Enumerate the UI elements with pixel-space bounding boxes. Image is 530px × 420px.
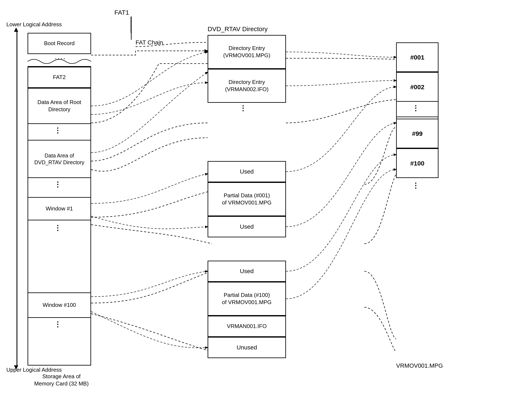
dvd-rtav-dir-label: DVD_RTAV Directory — [207, 25, 267, 33]
dir-entry-vrmov-box: Directory Entry (VRMOV001.MPG) — [207, 35, 286, 69]
r99-label: #99 — [412, 130, 423, 138]
dir-entry-vrman-label: Directory Entry (VRMAN002.IFO) — [225, 79, 268, 93]
window100-box: Window #100 — [28, 292, 91, 318]
boot-record-label: Boot Record — [44, 40, 75, 47]
vrmov001-label: VRMOV001.MPG — [396, 362, 443, 369]
partial-001-label: Partial Data (#001) of VRMOV001.MPG — [222, 192, 272, 206]
lower-logical-label: Lower Logical Address — [6, 21, 62, 28]
dots-4: ⋮ — [54, 320, 62, 329]
unused-box: Unused — [207, 337, 286, 358]
r002-box: #002 — [396, 72, 439, 102]
diagram: Lower Logical Address FAT1 FAT Chain Boo… — [0, 0, 530, 420]
wavy-area: · · · · — [28, 54, 91, 67]
dots-1: ⋮ — [54, 126, 62, 135]
fat1-label: FAT1 — [114, 9, 129, 16]
r001-label: #001 — [410, 53, 425, 61]
vrman001-box: VRMAN001.IFO — [207, 316, 286, 337]
used-top2-label: Used — [240, 268, 253, 275]
window1-box: Window #1 — [28, 197, 91, 220]
window1-label: Window #1 — [46, 205, 73, 212]
r002-label: #002 — [410, 83, 425, 91]
boot-record-box: Boot Record — [28, 33, 91, 54]
fat-chain-label: FAT Chain — [135, 39, 163, 46]
used-bottom-label: Used — [240, 223, 253, 231]
r99-box: #99 — [396, 119, 439, 148]
partial-100-label: Partial Data (#100) of VRMOV001.MPG — [222, 292, 272, 306]
dots-3: ⋮ — [54, 224, 62, 232]
r100-box: #100 — [396, 148, 439, 178]
used-top2-box: Used — [207, 261, 286, 282]
dir-entry-vrmov-label: Directory Entry (VRMOV001.MPG) — [223, 45, 270, 59]
right-col-sep — [396, 117, 439, 117]
storage-area-label: Storage Area of Memory Card (32 MB) — [32, 373, 91, 387]
data-root-label: Data Area of Root Directory — [38, 99, 81, 113]
window100-label: Window #100 — [43, 301, 76, 309]
fat2-label: FAT2 — [53, 74, 66, 81]
dots-right: ⋮ — [412, 104, 420, 112]
vrman001-label: VRMAN001.IFO — [227, 323, 267, 330]
dir-entry-vrman-box: Directory Entry (VRMAN002.IFO) — [207, 69, 286, 103]
arrow-up-head — [14, 28, 18, 32]
used-top-box: Used — [207, 161, 286, 182]
fat1-line — [131, 16, 132, 40]
fat2-box: FAT2 — [28, 67, 91, 88]
upper-logical-label: Upper Logical Address — [6, 367, 62, 373]
svg-text:· · · ·: · · · · — [55, 56, 65, 61]
unused-label: Unused — [237, 344, 257, 351]
dots-2: ⋮ — [54, 180, 62, 189]
dots-mid1: ⋮ — [239, 104, 247, 112]
r001-box: #001 — [396, 42, 439, 72]
partial-100-box: Partial Data (#100) of VRMOV001.MPG — [207, 282, 286, 316]
data-dvd-box: Data Area of DVD_RTAV Directory — [28, 140, 91, 178]
r100-label: #100 — [410, 159, 425, 167]
partial-001-box: Partial Data (#001) of VRMOV001.MPG — [207, 182, 286, 216]
data-root-box: Data Area of Root Directory — [28, 88, 91, 124]
vertical-axis — [16, 31, 17, 366]
used-bottom-box: Used — [207, 216, 286, 237]
used-top-label: Used — [240, 168, 253, 176]
data-dvd-label: Data Area of DVD_RTAV Directory — [34, 152, 84, 166]
wavy-svg: · · · · — [28, 54, 91, 67]
dots-right2: ⋮ — [412, 181, 420, 190]
